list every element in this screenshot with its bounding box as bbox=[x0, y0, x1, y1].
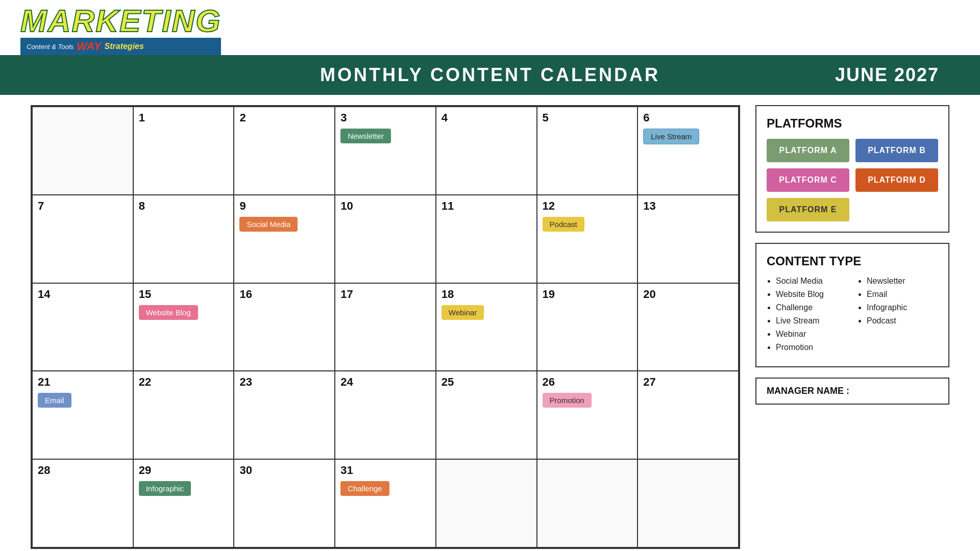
logo-area: MARKETING Content & Tools WAY Strategies bbox=[20, 5, 221, 55]
day-number: 30 bbox=[239, 464, 329, 477]
calendar-cell: 31Challenge bbox=[335, 460, 436, 548]
day-number: 10 bbox=[340, 199, 430, 213]
calendar-cell: 20 bbox=[638, 284, 739, 372]
banner-title: MONTHLY CONTENT CALENDAR bbox=[20, 64, 960, 86]
calendar-cell: 14 bbox=[33, 284, 134, 372]
event-badge: Website Blog bbox=[139, 305, 198, 320]
calendar-cell: 1 bbox=[134, 107, 235, 195]
content-type-item: Challenge bbox=[776, 303, 847, 312]
day-number: 18 bbox=[442, 288, 531, 301]
calendar-cell: 10 bbox=[335, 195, 436, 284]
platforms-grid: PLATFORM APLATFORM BPLATFORM CPLATFORM D… bbox=[767, 139, 938, 221]
logo-marketing: MARKETING bbox=[20, 5, 221, 37]
day-number: 29 bbox=[139, 464, 229, 477]
calendar-cell: 13 bbox=[638, 195, 739, 284]
day-number: 20 bbox=[643, 288, 733, 301]
day-number: 26 bbox=[543, 375, 632, 389]
calendar-cell: 11 bbox=[436, 195, 537, 284]
event-badge: Email bbox=[38, 393, 71, 408]
day-number: 24 bbox=[340, 375, 430, 389]
platform-badge: PLATFORM C bbox=[767, 168, 849, 192]
day-number: 4 bbox=[442, 111, 531, 124]
content-type-item: Infographic bbox=[867, 303, 938, 312]
day-number: 12 bbox=[543, 199, 632, 213]
content-type-item: Website Blog bbox=[776, 290, 847, 299]
day-number: 3 bbox=[340, 111, 430, 124]
calendar-grid: 123Newsletter456Live Stream789Social Med… bbox=[32, 106, 739, 548]
day-number: 15 bbox=[139, 288, 229, 301]
day-number: 6 bbox=[643, 111, 733, 124]
content-type-item: Newsletter bbox=[867, 277, 938, 286]
content-type-item: Webinar bbox=[776, 330, 847, 339]
platform-badge: PLATFORM A bbox=[767, 139, 849, 162]
calendar-cell bbox=[537, 460, 639, 548]
platform-badge: PLATFORM E bbox=[767, 198, 849, 221]
calendar-cell: 3Newsletter bbox=[335, 107, 436, 195]
day-number: 28 bbox=[38, 464, 128, 477]
event-badge: Podcast bbox=[543, 217, 584, 232]
calendar-cell: 7 bbox=[33, 195, 134, 284]
event-badge: Live Stream bbox=[643, 129, 699, 144]
day-number: 9 bbox=[239, 199, 329, 213]
calendar-area: 123Newsletter456Live Stream789Social Med… bbox=[31, 105, 740, 549]
event-badge: Promotion bbox=[543, 393, 592, 408]
calendar-cell: 15Website Blog bbox=[134, 284, 235, 372]
main-content: 123Newsletter456Live Stream789Social Med… bbox=[0, 95, 980, 551]
logo-strategies: Strategies bbox=[105, 42, 144, 51]
platform-badge: PLATFORM B bbox=[855, 139, 938, 162]
calendar-cell: 27 bbox=[638, 371, 739, 460]
header-top: MARKETING Content & Tools WAY Strategies bbox=[0, 0, 980, 55]
day-number: 27 bbox=[643, 375, 733, 389]
day-number: 2 bbox=[239, 111, 329, 124]
calendar-cell: 29Infographic bbox=[134, 460, 235, 548]
sidebar: PLATFORMS PLATFORM APLATFORM BPLATFORM C… bbox=[755, 105, 949, 549]
day-number: 13 bbox=[643, 199, 733, 213]
day-number: 19 bbox=[543, 288, 632, 301]
logo-way: WAY bbox=[77, 40, 101, 53]
logo-marketing-text: MARKETING bbox=[20, 3, 221, 38]
content-type-col2: NewsletterEmailInfographicPodcast bbox=[857, 277, 938, 356]
calendar-cell: 19 bbox=[537, 284, 639, 372]
calendar-cell: 16 bbox=[234, 284, 335, 372]
calendar-cell: 6Live Stream bbox=[638, 107, 739, 195]
content-type-col1: Social MediaWebsite BlogChallengeLive St… bbox=[767, 277, 847, 356]
event-badge: Newsletter bbox=[340, 129, 391, 143]
logo-content-tools: Content & Tools bbox=[27, 43, 74, 51]
event-badge: Challenge bbox=[340, 481, 389, 496]
calendar-cell: 17 bbox=[335, 284, 436, 372]
calendar-cell: 12Podcast bbox=[537, 195, 639, 284]
calendar-cell: 4 bbox=[436, 107, 537, 195]
logo-subtitle: Content & Tools WAY Strategies bbox=[20, 38, 221, 55]
day-number: 16 bbox=[239, 288, 329, 301]
calendar-cell: 23 bbox=[234, 371, 335, 460]
content-type-item: Live Stream bbox=[776, 316, 847, 325]
calendar-cell bbox=[436, 460, 537, 548]
day-number: 21 bbox=[38, 375, 128, 389]
day-number: 17 bbox=[340, 288, 430, 301]
platforms-title: PLATFORMS bbox=[767, 116, 938, 131]
content-type-item: Promotion bbox=[776, 343, 847, 352]
content-type-box: CONTENT TYPE Social MediaWebsite BlogCha… bbox=[755, 243, 949, 367]
platform-badge: PLATFORM D bbox=[855, 168, 938, 192]
header-banner: MONTHLY CONTENT CALENDAR JUNE 2027 bbox=[0, 55, 980, 95]
calendar-cell: 21Email bbox=[33, 371, 134, 460]
day-number: 11 bbox=[442, 199, 531, 213]
calendar-cell: 22 bbox=[134, 371, 235, 460]
day-number: 5 bbox=[543, 111, 632, 124]
calendar-cell: 26Promotion bbox=[537, 371, 639, 460]
calendar-cell: 9Social Media bbox=[234, 195, 335, 284]
calendar-cell: 8 bbox=[134, 195, 235, 284]
calendar-cell bbox=[33, 107, 134, 195]
calendar-cell: 18Webinar bbox=[436, 284, 537, 372]
day-number: 31 bbox=[340, 464, 430, 477]
day-number: 23 bbox=[239, 375, 329, 389]
day-number: 25 bbox=[442, 375, 531, 389]
event-badge: Social Media bbox=[239, 217, 298, 232]
day-number: 8 bbox=[139, 199, 229, 213]
manager-box: MANAGER NAME : bbox=[755, 378, 949, 405]
calendar-cell: 28 bbox=[33, 460, 134, 548]
calendar-cell bbox=[638, 460, 739, 548]
content-type-title: CONTENT TYPE bbox=[767, 254, 938, 268]
event-badge: Webinar bbox=[442, 305, 484, 320]
content-type-item: Social Media bbox=[776, 277, 847, 286]
